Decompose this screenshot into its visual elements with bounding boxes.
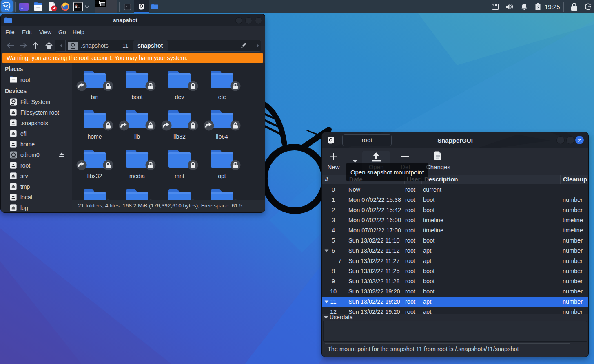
svg-text:$: $ [75,4,78,9]
